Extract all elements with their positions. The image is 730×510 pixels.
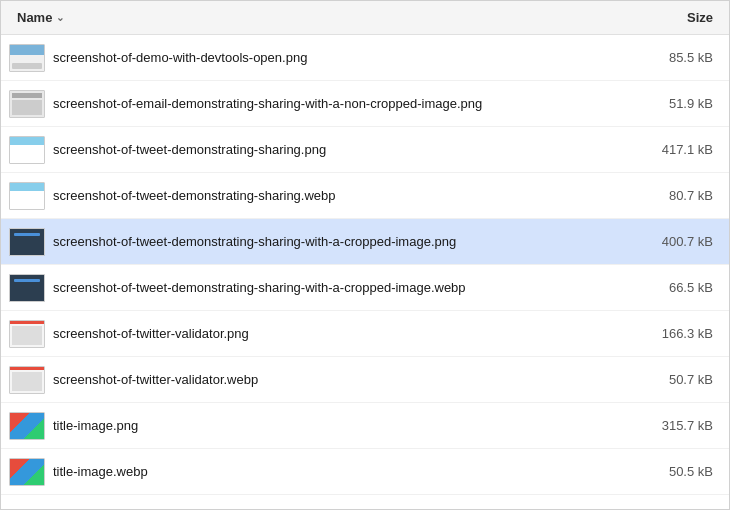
file-icon <box>9 316 45 352</box>
file-row[interactable]: screenshot-of-twitter-validator.webp50.7… <box>1 357 729 403</box>
file-size: 85.5 kB <box>623 50 713 65</box>
column-headers: Name ⌄ Size <box>1 1 729 35</box>
file-size: 166.3 kB <box>623 326 713 341</box>
file-row[interactable]: screenshot-of-twitter-validator.png166.3… <box>1 311 729 357</box>
file-thumbnail <box>9 320 45 348</box>
file-icon <box>9 40 45 76</box>
file-row[interactable]: screenshot-of-email-demonstrating-sharin… <box>1 81 729 127</box>
file-row[interactable]: screenshot-of-demo-with-devtools-open.pn… <box>1 35 729 81</box>
file-icon <box>9 86 45 122</box>
file-icon <box>9 454 45 490</box>
file-thumbnail <box>9 458 45 486</box>
file-name: screenshot-of-tweet-demonstrating-sharin… <box>53 234 623 249</box>
file-name: screenshot-of-twitter-validator.png <box>53 326 623 341</box>
file-name: screenshot-of-twitter-validator.webp <box>53 372 623 387</box>
file-thumbnail <box>9 182 45 210</box>
file-icon <box>9 178 45 214</box>
file-row[interactable]: screenshot-of-tweet-demonstrating-sharin… <box>1 265 729 311</box>
file-size: 315.7 kB <box>623 418 713 433</box>
name-column-header[interactable]: Name ⌄ <box>17 10 623 25</box>
file-thumbnail <box>9 44 45 72</box>
file-row[interactable]: title-image.webp50.5 kB <box>1 449 729 495</box>
file-thumbnail <box>9 412 45 440</box>
file-name: screenshot-of-tweet-demonstrating-sharin… <box>53 142 623 157</box>
file-thumbnail <box>9 228 45 256</box>
file-icon <box>9 408 45 444</box>
file-size: 400.7 kB <box>623 234 713 249</box>
size-label: Size <box>687 10 713 25</box>
file-icon <box>9 224 45 260</box>
file-name: screenshot-of-tweet-demonstrating-sharin… <box>53 188 623 203</box>
file-name: screenshot-of-tweet-demonstrating-sharin… <box>53 280 623 295</box>
file-manager: Name ⌄ Size screenshot-of-demo-with-devt… <box>0 0 730 510</box>
sort-descending-icon: ⌄ <box>56 12 64 23</box>
file-size: 50.5 kB <box>623 464 713 479</box>
file-row[interactable]: screenshot-of-tweet-demonstrating-sharin… <box>1 173 729 219</box>
file-icon <box>9 362 45 398</box>
file-size: 50.7 kB <box>623 372 713 387</box>
file-icon <box>9 270 45 306</box>
file-size: 66.5 kB <box>623 280 713 295</box>
name-label: Name <box>17 10 52 25</box>
file-thumbnail <box>9 366 45 394</box>
file-size: 51.9 kB <box>623 96 713 111</box>
file-icon <box>9 132 45 168</box>
file-row[interactable]: title-image.png315.7 kB <box>1 403 729 449</box>
file-name: title-image.webp <box>53 464 623 479</box>
file-row[interactable]: screenshot-of-tweet-demonstrating-sharin… <box>1 219 729 265</box>
file-size: 80.7 kB <box>623 188 713 203</box>
file-name: screenshot-of-email-demonstrating-sharin… <box>53 96 623 111</box>
file-row[interactable]: screenshot-of-tweet-demonstrating-sharin… <box>1 127 729 173</box>
file-size: 417.1 kB <box>623 142 713 157</box>
file-list: screenshot-of-demo-with-devtools-open.pn… <box>1 35 729 510</box>
size-column-header[interactable]: Size <box>623 10 713 25</box>
file-name: screenshot-of-demo-with-devtools-open.pn… <box>53 50 623 65</box>
file-name: title-image.png <box>53 418 623 433</box>
file-thumbnail <box>9 136 45 164</box>
file-thumbnail <box>9 90 45 118</box>
file-thumbnail <box>9 274 45 302</box>
